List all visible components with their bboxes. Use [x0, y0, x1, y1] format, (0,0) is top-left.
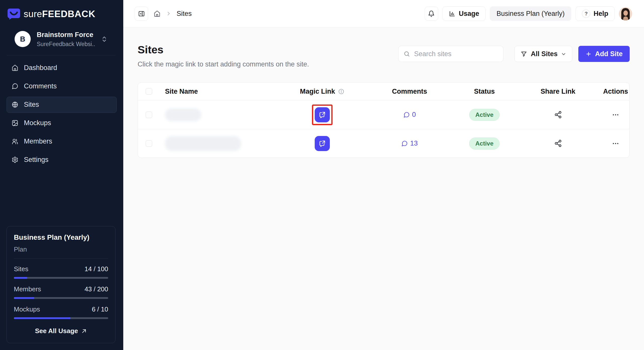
image-icon — [12, 120, 18, 126]
table-row: 13 Active — [138, 129, 629, 158]
row-checkbox[interactable] — [146, 140, 152, 147]
topbar: Sites Usage Business Plan (Yearly) ? Hel… — [123, 0, 644, 27]
sites-filter-dropdown[interactable]: All Sites — [514, 46, 573, 62]
comment-bubble-icon — [403, 112, 410, 118]
col-header-comments: Comments — [366, 88, 454, 95]
metric-label: Sites — [14, 265, 28, 273]
content-header: Sites Click the magic link to start addi… — [138, 44, 630, 68]
help-button[interactable]: ? Help — [576, 6, 615, 21]
sidebar-item-mockups[interactable]: Mockups — [7, 115, 117, 131]
select-all-checkbox[interactable] — [146, 88, 152, 95]
progress-track — [14, 317, 108, 319]
sidebar-item-comments[interactable]: Comments — [7, 78, 117, 94]
plan-subtitle: Plan — [14, 246, 108, 253]
comments-count: 0 — [412, 111, 416, 119]
plan-divider — [14, 258, 108, 259]
workspace-avatar: B — [15, 31, 31, 47]
sidebar-item-label: Members — [24, 137, 52, 145]
sites-table: Site Name Magic Link Comments Status Sha… — [138, 82, 630, 158]
topbar-actions: Usage Business Plan (Yearly) ? Help — [425, 6, 632, 21]
page-heading-block: Sites Click the magic link to start addi… — [138, 44, 309, 68]
brand-logo: sureFEEDBACK — [0, 0, 123, 20]
users-icon — [12, 138, 18, 145]
progress-fill — [14, 277, 27, 279]
page-title: Sites — [138, 44, 309, 56]
sidebar-item-settings[interactable]: Settings — [7, 152, 117, 168]
status-badge: Active — [469, 137, 499, 150]
avatar-image — [619, 7, 632, 20]
sidebar-item-label: Settings — [24, 156, 49, 164]
table-header-row: Site Name Magic Link Comments Status Sha… — [138, 83, 629, 100]
breadcrumb-home-icon[interactable] — [154, 10, 160, 17]
col-header-magic-link: Magic Link — [279, 88, 366, 95]
usage-metric-sites: Sites 14 / 100 — [14, 265, 108, 279]
col-header-actions: Actions — [601, 88, 630, 95]
site-name-redacted — [165, 109, 201, 121]
status-badge: Active — [469, 109, 499, 121]
col-header-share-link: Share Link — [515, 88, 601, 95]
col-header-site-name: Site Name — [160, 88, 279, 95]
metric-value: 6 / 10 — [92, 305, 108, 313]
brand-chat-bubble-icon — [8, 9, 20, 20]
row-actions-menu-icon[interactable] — [612, 139, 620, 148]
comments-count-link[interactable]: 13 — [401, 139, 418, 147]
main-area: Sites Usage Business Plan (Yearly) ? Hel… — [123, 0, 644, 350]
usage-metric-mockups: Mockups 6 / 10 — [14, 305, 108, 319]
notifications-button[interactable] — [425, 7, 438, 21]
metric-value: 43 / 200 — [85, 285, 108, 293]
sidebar-item-dashboard[interactable]: Dashboard — [7, 60, 117, 76]
magic-link-highlight — [312, 133, 333, 154]
workspace-name: Brainstorm Force — [37, 31, 95, 39]
magic-link-icon — [318, 111, 326, 119]
workspace-subtitle: SureFeedback Websi... — [37, 41, 95, 48]
row-checkbox[interactable] — [146, 112, 152, 118]
info-icon[interactable] — [338, 88, 344, 95]
page-subtitle: Click the magic link to start adding com… — [138, 60, 309, 68]
progress-fill — [14, 297, 34, 299]
metric-label: Mockups — [14, 305, 40, 313]
sidebar-item-members[interactable]: Members — [7, 133, 117, 150]
plus-icon — [585, 51, 592, 57]
magic-link-highlight — [312, 104, 333, 125]
sidebar-collapse-button[interactable] — [135, 7, 148, 21]
sidebar-item-label: Sites — [24, 101, 39, 109]
globe-icon — [12, 101, 18, 108]
usage-button[interactable]: Usage — [442, 6, 486, 21]
see-all-usage-link[interactable]: See All Usage — [14, 327, 108, 335]
sidebar-item-label: Mockups — [24, 119, 51, 127]
table-row: 0 Active — [138, 100, 629, 129]
row-actions-menu-icon[interactable] — [612, 111, 620, 119]
user-avatar[interactable] — [619, 7, 632, 20]
chevrons-up-down-icon — [101, 36, 108, 43]
search-input[interactable] — [414, 50, 498, 58]
share-icon[interactable] — [554, 111, 562, 119]
gear-icon — [12, 156, 18, 163]
share-icon[interactable] — [554, 139, 562, 147]
add-site-button[interactable]: Add Site — [578, 46, 630, 62]
metric-value: 14 / 100 — [85, 265, 108, 273]
comments-count: 13 — [410, 139, 418, 147]
breadcrumb-current: Sites — [177, 10, 192, 18]
workspace-switcher[interactable]: B Brainstorm Force SureFeedback Websi... — [15, 31, 108, 48]
sidebar-nav: Dashboard Comments Sites Mockups Members… — [0, 60, 123, 170]
brand-name: sureFEEDBACK — [24, 9, 95, 19]
search-icon — [404, 51, 410, 57]
search-box — [398, 46, 503, 62]
sidebar-item-sites[interactable]: Sites — [7, 97, 117, 113]
progress-track — [14, 297, 108, 299]
arrow-up-right-icon — [81, 328, 87, 334]
current-plan-pill[interactable]: Business Plan (Yearly) — [490, 6, 572, 21]
magic-link-button[interactable] — [315, 107, 330, 122]
col-header-status: Status — [454, 88, 515, 95]
progress-fill — [14, 317, 70, 319]
question-mark-icon: ? — [582, 10, 590, 18]
breadcrumb: Sites — [135, 7, 192, 21]
bar-chart-icon — [449, 10, 456, 17]
comments-count-link[interactable]: 0 — [403, 111, 416, 119]
sidebar-divider — [7, 55, 115, 55]
comment-bubble-icon — [401, 140, 408, 147]
magic-link-button[interactable] — [315, 136, 330, 151]
filter-label: All Sites — [531, 50, 558, 58]
sidebar: sureFEEDBACK B Brainstorm Force SureFeed… — [0, 0, 123, 350]
chevron-right-icon — [166, 11, 171, 16]
